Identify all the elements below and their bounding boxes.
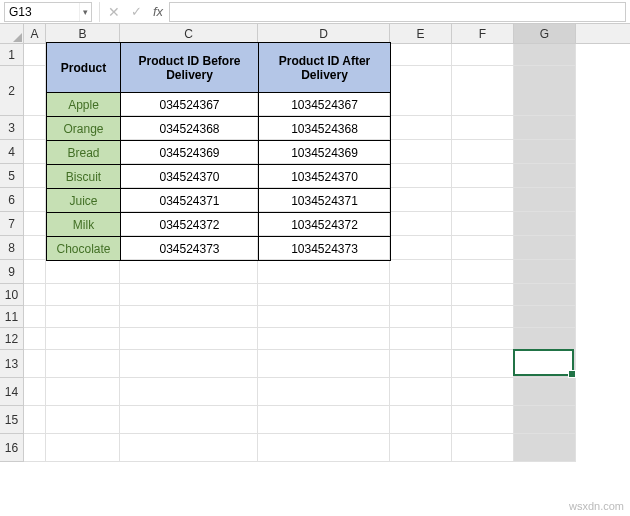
- cell[interactable]: [120, 284, 258, 306]
- cell[interactable]: [514, 44, 576, 66]
- cell[interactable]: [24, 188, 46, 212]
- cell[interactable]: [258, 306, 390, 328]
- cell[interactable]: [390, 306, 452, 328]
- cell[interactable]: [452, 328, 514, 350]
- cell[interactable]: [452, 434, 514, 462]
- row-header-9[interactable]: 9: [0, 260, 23, 284]
- cell[interactable]: [390, 260, 452, 284]
- table-cell[interactable]: Apple: [47, 93, 121, 117]
- name-box-wrap[interactable]: ▾: [4, 2, 92, 22]
- cell[interactable]: [24, 306, 46, 328]
- cell[interactable]: [452, 140, 514, 164]
- row-header-8[interactable]: 8: [0, 236, 23, 260]
- cell[interactable]: [452, 66, 514, 116]
- name-box-dropdown-icon[interactable]: ▾: [79, 3, 91, 21]
- col-header-C[interactable]: C: [120, 24, 258, 43]
- fx-icon[interactable]: fx: [147, 2, 169, 22]
- cell[interactable]: [120, 406, 258, 434]
- cell[interactable]: [452, 306, 514, 328]
- col-header-B[interactable]: B: [46, 24, 120, 43]
- cell[interactable]: [24, 212, 46, 236]
- table-cell[interactable]: 034524372: [121, 213, 259, 237]
- cell[interactable]: [24, 406, 46, 434]
- cell[interactable]: [390, 350, 452, 378]
- table-cell[interactable]: Juice: [47, 189, 121, 213]
- cell[interactable]: [390, 140, 452, 164]
- table-cell[interactable]: 1034524367: [259, 93, 391, 117]
- cell[interactable]: [46, 306, 120, 328]
- table-cell[interactable]: 1034524372: [259, 213, 391, 237]
- cell[interactable]: [258, 406, 390, 434]
- cell[interactable]: [452, 164, 514, 188]
- table-cell[interactable]: 1034524370: [259, 165, 391, 189]
- cell[interactable]: [258, 284, 390, 306]
- cell[interactable]: [452, 236, 514, 260]
- col-header-F[interactable]: F: [452, 24, 514, 43]
- cell[interactable]: [24, 44, 46, 66]
- cell[interactable]: [24, 328, 46, 350]
- cell[interactable]: [514, 306, 576, 328]
- cell[interactable]: [514, 406, 576, 434]
- cell[interactable]: [390, 44, 452, 66]
- table-cell[interactable]: Chocolate: [47, 237, 121, 261]
- cell[interactable]: [390, 164, 452, 188]
- cell[interactable]: [514, 212, 576, 236]
- cell[interactable]: [24, 116, 46, 140]
- cell[interactable]: [390, 212, 452, 236]
- cell[interactable]: [452, 378, 514, 406]
- row-header-16[interactable]: 16: [0, 434, 23, 462]
- table-cell[interactable]: 1034524371: [259, 189, 391, 213]
- cell[interactable]: [390, 378, 452, 406]
- cell[interactable]: [452, 406, 514, 434]
- cell[interactable]: [390, 284, 452, 306]
- table-cell[interactable]: Orange: [47, 117, 121, 141]
- table-cell[interactable]: 034524367: [121, 93, 259, 117]
- table-cell[interactable]: 034524368: [121, 117, 259, 141]
- cell[interactable]: [24, 434, 46, 462]
- cell[interactable]: [120, 328, 258, 350]
- table-cell[interactable]: Milk: [47, 213, 121, 237]
- cell[interactable]: [24, 284, 46, 306]
- cell[interactable]: [258, 350, 390, 378]
- cell[interactable]: [514, 434, 576, 462]
- cell[interactable]: [46, 284, 120, 306]
- cell[interactable]: [24, 350, 46, 378]
- cell[interactable]: [24, 140, 46, 164]
- col-header-G[interactable]: G: [514, 24, 576, 43]
- table-cell[interactable]: 1034524373: [259, 237, 391, 261]
- cell[interactable]: [46, 328, 120, 350]
- cell[interactable]: [46, 350, 120, 378]
- col-header-D[interactable]: D: [258, 24, 390, 43]
- row-header-2[interactable]: 2: [0, 66, 23, 116]
- cell[interactable]: [120, 260, 258, 284]
- cell[interactable]: [46, 260, 120, 284]
- name-box[interactable]: [5, 3, 79, 21]
- cell[interactable]: [258, 260, 390, 284]
- cell[interactable]: [452, 44, 514, 66]
- cell[interactable]: [514, 236, 576, 260]
- table-cell[interactable]: 034524370: [121, 165, 259, 189]
- cell[interactable]: [120, 378, 258, 406]
- select-all-corner[interactable]: [0, 24, 24, 44]
- row-header-1[interactable]: 1: [0, 44, 23, 66]
- cell[interactable]: [452, 116, 514, 140]
- cell[interactable]: [514, 284, 576, 306]
- cell[interactable]: [514, 328, 576, 350]
- table-cell[interactable]: Biscuit: [47, 165, 121, 189]
- row-header-12[interactable]: 12: [0, 328, 23, 350]
- cell[interactable]: [258, 434, 390, 462]
- cell[interactable]: [514, 378, 576, 406]
- cell[interactable]: [514, 164, 576, 188]
- cell[interactable]: [390, 116, 452, 140]
- cell[interactable]: [46, 434, 120, 462]
- cell[interactable]: [120, 434, 258, 462]
- cell[interactable]: [390, 188, 452, 212]
- cell[interactable]: [452, 212, 514, 236]
- row-header-6[interactable]: 6: [0, 188, 23, 212]
- cell[interactable]: [24, 66, 46, 116]
- cell[interactable]: [120, 306, 258, 328]
- row-header-5[interactable]: 5: [0, 164, 23, 188]
- cell[interactable]: [24, 260, 46, 284]
- cell[interactable]: [24, 378, 46, 406]
- table-cell[interactable]: 034524371: [121, 189, 259, 213]
